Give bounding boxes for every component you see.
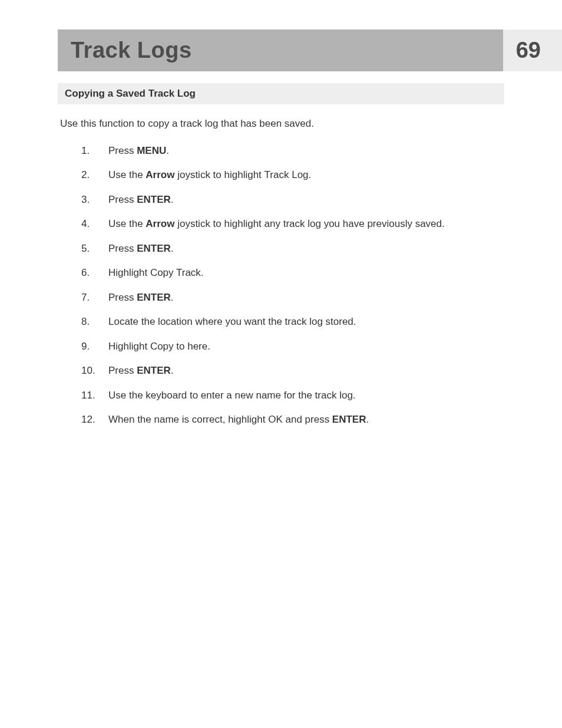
- step-number: 3.: [81, 192, 108, 207]
- page-number: 69: [516, 38, 541, 63]
- step-number: 5.: [81, 241, 108, 256]
- step-number: 9.: [81, 339, 108, 354]
- step-number: 1.: [81, 143, 108, 159]
- step-text: Highlight Copy to here.: [108, 339, 504, 354]
- step-item: 9.Highlight Copy to here.: [81, 339, 504, 354]
- step-text-part: Copy to here: [150, 341, 207, 352]
- step-text-part: Use the: [108, 169, 146, 180]
- step-text-part: OK: [268, 414, 283, 425]
- page-number-box: 69: [503, 29, 562, 71]
- section-intro: Use this function to copy a track log th…: [60, 116, 504, 131]
- step-text: Press ENTER.: [108, 363, 504, 378]
- step-text-part: .: [171, 365, 174, 376]
- section-heading: Copying a Saved Track Log: [58, 83, 504, 104]
- step-text-part: .: [207, 341, 210, 352]
- step-text-part: .: [166, 145, 169, 156]
- step-text: Use the Arrow joystick to highlight Trac…: [108, 167, 504, 183]
- step-text-part: Highlight: [108, 267, 150, 278]
- step-text-part: Press: [108, 194, 137, 205]
- step-text-part: Press: [108, 145, 137, 156]
- step-text-part: Highlight: [108, 341, 150, 352]
- step-text-part: Use the keyboard to enter a new name for…: [108, 390, 356, 401]
- step-text-part: ENTER: [137, 243, 171, 254]
- step-text-part: .: [171, 194, 174, 205]
- step-text-part: joystick to highlight any track log you …: [174, 218, 444, 229]
- step-item: 5.Press ENTER.: [81, 241, 504, 256]
- step-item: 4.Use the Arrow joystick to highlight an…: [81, 216, 504, 232]
- step-text-part: .: [366, 414, 369, 425]
- step-text-part: MENU: [137, 145, 166, 156]
- step-item: 12.When the name is correct, highlight O…: [81, 412, 504, 427]
- step-text-part: ENTER: [137, 365, 171, 376]
- step-text: Locate the location where you want the t…: [108, 314, 504, 330]
- page-header: Track Logs 69: [0, 29, 562, 71]
- step-text-part: Locate the location where you want the t…: [108, 316, 356, 327]
- step-item: 7.Press ENTER.: [81, 290, 504, 305]
- step-text-part: Press: [108, 292, 137, 303]
- step-text: When the name is correct, highlight OK a…: [108, 412, 504, 427]
- step-text: Press ENTER.: [108, 241, 504, 256]
- step-text-part: Press: [108, 365, 137, 376]
- step-text-part: Copy Track: [150, 267, 201, 278]
- step-text: Use the keyboard to enter a new name for…: [108, 388, 504, 403]
- step-number: 2.: [81, 167, 108, 183]
- step-text: Highlight Copy Track.: [108, 265, 504, 281]
- step-text-part: .: [171, 292, 174, 303]
- step-text-part: ENTER: [332, 414, 366, 425]
- step-item: 8.Locate the location where you want the…: [81, 314, 504, 330]
- step-text-part: Arrow: [146, 169, 174, 180]
- step-text: Press MENU.: [108, 143, 504, 159]
- step-text: Press ENTER.: [108, 290, 504, 305]
- step-text: Use the Arrow joystick to highlight any …: [108, 216, 504, 232]
- step-text-part: ENTER: [137, 292, 171, 303]
- step-text-part: When the name is correct, highlight: [108, 414, 268, 425]
- step-text-part: Press: [108, 243, 137, 254]
- step-text-part: .: [201, 267, 204, 278]
- step-number: 6.: [81, 265, 108, 281]
- step-text: Press ENTER.: [108, 192, 504, 207]
- step-text-part: Track Log: [265, 169, 309, 180]
- step-text-part: Use the: [108, 218, 146, 229]
- step-text-part: Arrow: [146, 218, 174, 229]
- step-item: 2.Use the Arrow joystick to highlight Tr…: [81, 167, 504, 183]
- section-heading-text: Copying a Saved Track Log: [65, 88, 196, 99]
- document-page: Track Logs 69 Copying a Saved Track Log …: [0, 29, 562, 728]
- page-content: Copying a Saved Track Log Use this funct…: [0, 71, 562, 427]
- steps-list: 1.Press MENU.2.Use the Arrow joystick to…: [58, 143, 504, 427]
- page-title: Track Logs: [71, 38, 192, 62]
- step-item: 3.Press ENTER.: [81, 192, 504, 207]
- step-number: 8.: [81, 314, 108, 330]
- step-number: 7.: [81, 290, 108, 305]
- step-text-part: joystick to highlight: [174, 169, 264, 180]
- step-number: 11.: [81, 388, 108, 403]
- step-number: 4.: [81, 216, 108, 232]
- step-number: 10.: [81, 363, 108, 378]
- step-text-part: ENTER: [137, 194, 171, 205]
- step-item: 10.Press ENTER.: [81, 363, 504, 378]
- step-item: 11.Use the keyboard to enter a new name …: [81, 388, 504, 403]
- step-text-part: .: [171, 243, 174, 254]
- step-text-part: .: [309, 169, 312, 180]
- step-text-part: and press: [283, 414, 332, 425]
- step-number: 12.: [81, 412, 108, 427]
- header-title-bar: Track Logs: [58, 29, 503, 71]
- step-item: 1.Press MENU.: [81, 143, 504, 159]
- step-item: 6.Highlight Copy Track.: [81, 265, 504, 281]
